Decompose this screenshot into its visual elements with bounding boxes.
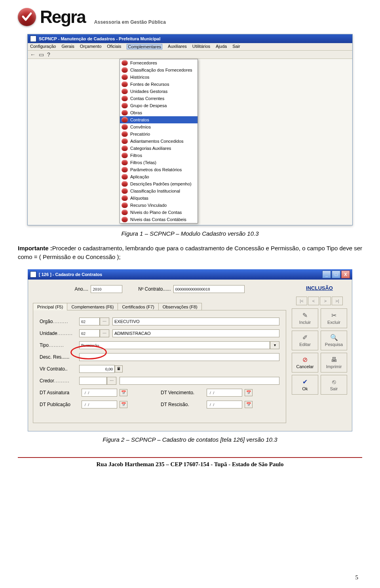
calendar-icon[interactable]: 📅 — [120, 389, 127, 396]
menu-ajuda[interactable]: Ajuda — [216, 44, 227, 49]
credor-text-input[interactable] — [120, 377, 279, 385]
menu-item-badge-icon — [122, 174, 128, 180]
tab[interactable]: Certificados (F7) — [118, 303, 158, 310]
menu-item[interactable]: Descrições Padrões (empenho) — [120, 180, 198, 187]
window-restore-icon[interactable]: ▭ — [39, 51, 44, 58]
vlr-label: Vlr Contrato.. — [40, 366, 79, 372]
orgao-code-input[interactable] — [79, 318, 100, 325]
menu-item[interactable]: Unidades Gestoras — [120, 88, 198, 95]
tipo-select[interactable] — [79, 341, 270, 349]
credor-picker-button[interactable]: ⋯ — [107, 377, 116, 385]
record-nav-button[interactable]: |< — [296, 297, 307, 305]
menu-item-label: Categorias Auxiliares — [130, 145, 171, 151]
menu-item[interactable]: Aplicação — [120, 173, 198, 180]
calculator-icon[interactable]: 🖩 — [115, 365, 123, 372]
menu-item-badge-icon — [122, 146, 128, 151]
menu-item[interactable]: Níveis das Contas Contábeis — [120, 216, 198, 223]
calendar-icon[interactable]: 📅 — [120, 401, 127, 408]
help-icon[interactable]: ? — [47, 51, 50, 58]
minimize-button[interactable]: _ — [322, 270, 331, 278]
dt-assinatura-input[interactable] — [82, 389, 117, 397]
num-contrato-input[interactable] — [173, 285, 245, 293]
menu-utilitários[interactable]: Utilitários — [192, 44, 210, 49]
maximize-button[interactable]: □ — [332, 270, 340, 278]
ok-button[interactable]: ✔Ok — [292, 375, 318, 395]
ano-input[interactable] — [91, 285, 122, 293]
pesquisa-button[interactable]: 🔍Pesquisa — [321, 331, 347, 350]
credor-code-input[interactable] — [79, 377, 107, 385]
unidade-picker-button[interactable]: ⋯ — [100, 329, 109, 337]
menu-item[interactable]: Convênios — [120, 123, 198, 130]
toolbar: ← ▭ ? — [28, 51, 352, 59]
menu-item[interactable]: Grupo de Despesa — [120, 102, 198, 109]
sair-button[interactable]: ⎋Sair — [321, 375, 347, 395]
credor-label: Credor — [40, 378, 79, 384]
menu-item-label: Alíquotas — [130, 195, 148, 201]
orgao-text-input[interactable] — [112, 318, 279, 325]
dt-publicacao-input[interactable] — [82, 401, 117, 408]
calendar-icon[interactable]: 📅 — [245, 389, 253, 396]
menu-item-badge-icon — [122, 110, 128, 115]
menu-item-label: Descrições Padrões (empenho) — [130, 181, 192, 187]
record-nav-button[interactable]: >| — [332, 297, 343, 305]
excluir-button[interactable]: ✂Excluir — [321, 308, 347, 328]
menu-item[interactable]: Alíquotas — [120, 195, 198, 202]
menu-gerais[interactable]: Gerais — [61, 44, 74, 49]
window-title: SCPNCP - Manutenção de Cadastros - Prefe… — [39, 36, 160, 41]
orgao-picker-button[interactable]: ⋯ — [100, 318, 109, 325]
workspace: FornecedoresClassificação dos Fornecedor… — [28, 59, 352, 225]
desc-input[interactable] — [79, 353, 279, 361]
menu-item-badge-icon — [122, 167, 128, 172]
menu-item[interactable]: Contratos — [120, 116, 198, 123]
menu-item[interactable]: Filtros (Telas) — [120, 159, 198, 166]
dt-vencimento-input[interactable] — [207, 389, 242, 397]
back-icon[interactable]: ← — [30, 51, 36, 58]
menu-item[interactable]: Obras — [120, 109, 198, 116]
menu-item-label: Classificação Institucional — [130, 188, 180, 194]
menu-orçamento[interactable]: Orçamento — [80, 44, 101, 49]
menu-item[interactable]: Fornecedores — [120, 59, 198, 66]
tipo-dropdown-icon[interactable]: ▾ — [270, 341, 279, 349]
cancelar-button[interactable]: ⊘Cancelar — [292, 353, 318, 372]
menu-item[interactable]: Filtros — [120, 152, 198, 159]
dt-rescisao-input[interactable] — [207, 401, 242, 408]
menu-item[interactable]: Contas Correntes — [120, 95, 198, 102]
menubar: ConfiguraçãoGeraisOrçamentoOficiaisCompl… — [28, 43, 352, 51]
incluir-button[interactable]: ✎Incluir — [292, 308, 318, 328]
menu-item[interactable]: Classificação Institucional — [120, 187, 198, 195]
menu-configuração[interactable]: Configuração — [30, 44, 56, 49]
record-nav-button[interactable]: > — [320, 297, 331, 305]
menu-item-label: Grupo de Despesa — [130, 102, 167, 109]
editar-button[interactable]: ✐Editar — [292, 331, 318, 350]
pesquisa-icon: 🔍 — [330, 334, 338, 341]
menu-item-badge-icon — [122, 81, 128, 87]
menu-item[interactable]: Fontes de Recursos — [120, 81, 198, 88]
dt-assinatura-label: DT Assinatura — [40, 390, 79, 395]
close-button[interactable]: X — [341, 270, 350, 278]
app-icon — [30, 36, 36, 42]
unidade-text-input[interactable] — [112, 329, 279, 337]
imprimir-button[interactable]: 🖶Imprimir — [321, 353, 347, 372]
menu-oficiais[interactable]: Oficiais — [107, 44, 121, 49]
menu-item[interactable]: Parâmetros dos Relatórios — [120, 166, 198, 173]
menu-item[interactable]: Precatório — [120, 130, 198, 138]
tab[interactable]: Complementares (F6) — [67, 303, 118, 310]
menu-item[interactable]: Categorias Auxiliares — [120, 145, 198, 152]
menu-auxiliares[interactable]: Auxiliares — [168, 44, 187, 49]
menu-complementares[interactable]: Complementares — [127, 44, 162, 49]
record-nav-button[interactable]: < — [308, 297, 319, 305]
menu-sair[interactable]: Sair — [232, 44, 240, 49]
menu-item[interactable]: Recurso Vinculado — [120, 202, 198, 209]
vlr-input[interactable] — [79, 365, 115, 373]
menu-item[interactable]: Históricos — [120, 74, 198, 81]
unidade-code-input[interactable] — [79, 329, 100, 337]
menu-item[interactable]: Adiantamentos Concedidos — [120, 138, 198, 145]
menu-item[interactable]: Níveis do Plano de Contas — [120, 209, 198, 216]
footer-rule — [18, 457, 362, 458]
body-paragraph: Importante :Proceder o cadastramento, le… — [18, 244, 362, 261]
tab[interactable]: Principal (F5) — [33, 303, 67, 310]
calendar-icon[interactable]: 📅 — [245, 401, 253, 408]
menu-item-badge-icon — [122, 153, 128, 158]
menu-item[interactable]: Classificação dos Fornecedores — [120, 66, 198, 74]
tab[interactable]: Observações (F8) — [158, 303, 202, 310]
